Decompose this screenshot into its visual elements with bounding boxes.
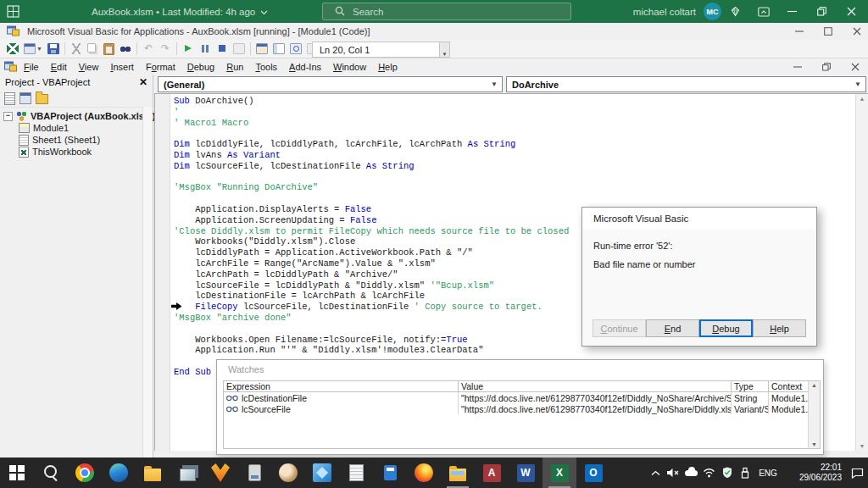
menu-file[interactable]: File (18, 62, 45, 72)
tree-expander[interactable]: − (3, 112, 13, 121)
tree-item-sheet1[interactable]: Sheet1 (Sheet1) (0, 134, 142, 146)
tray-chevron-up-icon[interactable] (647, 458, 665, 488)
tree-item-thisworkbook[interactable]: ThisWorkbook (0, 146, 142, 158)
toolbar-reset-icon[interactable] (214, 42, 231, 57)
debug-button[interactable]: Debug (699, 319, 753, 337)
toolbar-insert-userform-icon[interactable]: ▼ (21, 42, 45, 57)
menu-insert[interactable]: Insert (104, 62, 140, 72)
procedure-dropdown[interactable]: DoArchive ▼ (506, 76, 866, 92)
taskbar-fox-icon[interactable] (203, 458, 237, 488)
close-button[interactable] (837, 0, 866, 23)
clock[interactable]: 22:01 29/06/2023 (789, 463, 842, 483)
tray-cloud-icon[interactable] (682, 458, 700, 488)
taskbar-excel-icon[interactable] (542, 458, 576, 488)
taskbar-photos-icon[interactable] (305, 458, 339, 488)
code-line: ' (174, 107, 854, 118)
project-panel-scrollbar[interactable] (142, 107, 153, 458)
tray-usb-icon[interactable] (736, 458, 754, 488)
menu-format[interactable]: Format (140, 62, 181, 72)
diamond-icon[interactable] (721, 0, 749, 23)
vba-minimize-button[interactable] (795, 24, 804, 39)
toolbar-object-browser-icon[interactable] (287, 42, 304, 57)
continue-button[interactable]: Continue (593, 319, 646, 337)
taskbar-folder-icon[interactable] (136, 458, 170, 488)
view-code-icon[interactable] (4, 92, 15, 105)
code-vertical-scrollbar[interactable]: ▲▼ (855, 94, 868, 451)
taskbar-outlook-icon[interactable] (576, 458, 610, 488)
taskbar-chrome-icon[interactable] (68, 458, 102, 488)
toolbar-copy-icon[interactable] (85, 42, 101, 57)
chrome-icon (75, 463, 94, 482)
taskbar-explorer-icon[interactable] (441, 458, 475, 488)
break-icon (199, 43, 211, 54)
language-indicator[interactable]: ENG (754, 469, 782, 478)
vba-maximize-button[interactable] (824, 24, 832, 39)
taskbar-access-icon[interactable] (475, 458, 509, 488)
help-button[interactable]: Help (753, 319, 806, 337)
menu-help[interactable]: Help (372, 62, 403, 72)
taskbar-firefox-icon[interactable] (407, 458, 441, 488)
tree-item-label: VBAProject (AuxBook.xlsm) (31, 111, 155, 121)
code-margin (155, 94, 170, 451)
search-icon (42, 463, 60, 482)
toolbar-redo-icon[interactable] (157, 42, 174, 57)
menu-view[interactable]: View (73, 62, 105, 72)
taskbar-window-stack-icon[interactable] (170, 458, 203, 488)
view-object-icon[interactable] (19, 92, 31, 104)
watch-row[interactable]: lcDestinationFile"https://d.docs.live.ne… (224, 392, 820, 403)
taskbar-notepad-icon[interactable] (339, 458, 373, 488)
procedure-dropdown-value: DoArchive (512, 80, 559, 90)
watches-scrollbar[interactable]: ▲▼ (808, 381, 820, 448)
menu-run[interactable]: Run (220, 62, 249, 72)
minimize-button[interactable] (777, 0, 807, 23)
taskbar-word-icon[interactable] (509, 458, 542, 488)
project-explorer-icon (256, 43, 268, 54)
taskbar-start-icon[interactable] (0, 458, 34, 488)
end-button[interactable]: End (646, 319, 699, 337)
document-title[interactable]: AuxBook.xlsm • Last Modified: 4h ago (92, 0, 268, 23)
vba-close-button[interactable] (853, 24, 861, 39)
search-box[interactable]: Search (322, 3, 571, 20)
menu-debug[interactable]: Debug (181, 62, 220, 72)
code-window-close-button[interactable] (851, 59, 860, 75)
menu-edit[interactable]: Edit (45, 62, 73, 72)
toolbar-view-excel-icon[interactable] (4, 42, 21, 57)
tray-shield-icon[interactable] (718, 458, 736, 488)
taskbar-search-icon[interactable] (34, 458, 68, 488)
code-line (174, 172, 854, 183)
notification-center-icon[interactable] (849, 458, 866, 488)
toolbar-paste-icon[interactable] (101, 42, 117, 57)
avatar[interactable]: MC (704, 3, 721, 20)
toolbar-design-mode-icon[interactable] (231, 42, 248, 57)
taskbar-calculator-icon[interactable] (373, 458, 407, 488)
screen: AuxBook.xlsm • Last Modified: 4h ago Sea… (0, 0, 868, 488)
toggle-folders-icon[interactable] (36, 94, 48, 104)
menu-tools[interactable]: Tools (249, 62, 283, 72)
toolbar-undo-icon[interactable] (140, 42, 157, 57)
taskbar-edge-icon[interactable] (102, 458, 136, 488)
toolbar-save-icon[interactable] (45, 42, 62, 57)
code-window-restore-button[interactable] (822, 59, 831, 75)
window-stack-icon (180, 469, 196, 481)
tree-item-vbaproject[interactable]: −VBAProject (AuxBook.xlsm) (0, 110, 142, 122)
menu-window[interactable]: Window (327, 62, 372, 72)
tree-item-module1[interactable]: Module1 (0, 122, 142, 134)
watch-row[interactable]: lcSourceFile"https://d.docs.live.net/612… (224, 403, 820, 414)
tray-wifi-icon[interactable] (700, 458, 718, 488)
toolbar-properties-window-icon[interactable] (270, 42, 287, 57)
menu-add-ins[interactable]: Add-Ins (283, 62, 327, 72)
restore-button[interactable] (807, 0, 837, 23)
toolbar-overflow-button[interactable]: ▼ (439, 42, 450, 58)
toolbar-run-icon[interactable] (180, 42, 197, 57)
taskbar-paint-icon[interactable] (271, 458, 305, 488)
toolbar-break-icon[interactable] (197, 42, 214, 57)
toolbar-cut-icon[interactable] (68, 42, 85, 57)
tray-volume-mute-icon[interactable] (665, 458, 682, 488)
project-panel-close-icon[interactable]: ✕ (139, 76, 147, 88)
object-dropdown[interactable]: (General) ▼ (158, 76, 503, 92)
taskbar-phone-icon[interactable] (237, 458, 271, 488)
toolbar-find-icon[interactable] (117, 42, 134, 57)
ribbon-display-options-icon[interactable] (749, 0, 777, 23)
toolbar-project-explorer-icon[interactable] (253, 42, 270, 57)
code-window-minimize-button[interactable] (793, 59, 802, 75)
